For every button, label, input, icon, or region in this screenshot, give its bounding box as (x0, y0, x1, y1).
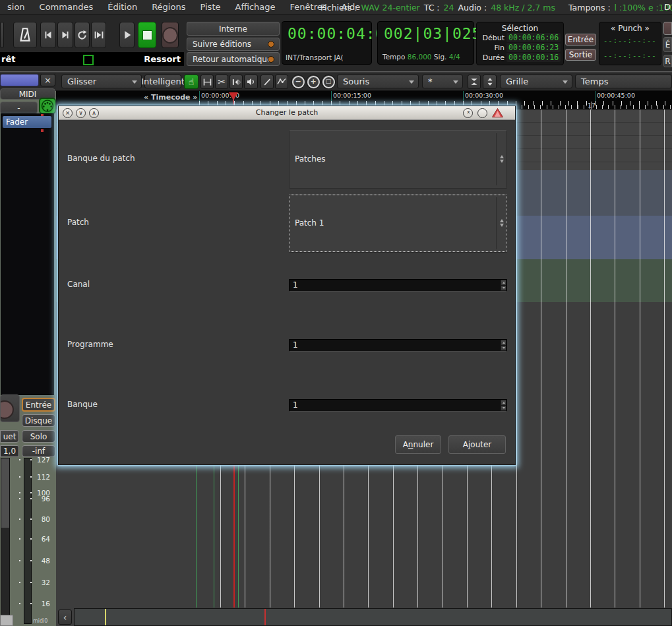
edge-button-r[interactable]: R (663, 55, 672, 67)
grid-dropdown[interactable]: Grille (500, 75, 572, 88)
hide-strip-button[interactable]: × (40, 74, 55, 86)
secondary-clock[interactable]: 002|03|0258 Tempo 86,000 Sig. 4/4 (377, 21, 474, 65)
zoom-in-button[interactable]: + (306, 75, 321, 89)
mute-label: uet (3, 432, 16, 441)
menu-regions[interactable]: Régions (144, 2, 193, 12)
sync-source-button[interactable]: Interne (187, 22, 280, 36)
program-spinbox[interactable]: 1 (289, 339, 507, 352)
ruler-name[interactable]: « Timecode » (144, 93, 197, 102)
midi-channel-label: MIDI (19, 90, 37, 99)
gain-fader[interactable] (1, 458, 10, 625)
follow-edits-led (268, 41, 274, 47)
punch-in-button[interactable]: Entrée (565, 34, 596, 46)
secondary-clock-time[interactable]: 002|03|0258 (384, 25, 491, 42)
shrink-tracks-button[interactable] (468, 75, 481, 89)
range-tool-button[interactable] (200, 75, 214, 89)
punch-in-value[interactable]: --:--:--:-- (603, 36, 657, 44)
menu-edition[interactable]: Édition (100, 2, 144, 12)
routing-dropdown[interactable]: - (0, 102, 38, 114)
punch-out-value[interactable]: --:--:--:-- (603, 51, 657, 59)
tempo-value[interactable]: 86,000 (408, 53, 432, 61)
monitor-disk-button[interactable]: Disque (22, 414, 55, 427)
go-start-button[interactable] (40, 22, 56, 48)
edit-point-dropdown[interactable]: Glisser (61, 75, 142, 88)
play-range-button[interactable] (91, 22, 106, 48)
expand-tracks-button[interactable] (483, 75, 497, 89)
midi-input-button[interactable] (39, 98, 56, 114)
patch-bank-combo[interactable]: Patches (289, 130, 507, 189)
patch-bank-value: Patches (295, 154, 326, 164)
zoom-focus-dropdown[interactable]: Souris (337, 75, 419, 88)
dialog-unshade-button[interactable]: ∧ (89, 108, 99, 118)
chevron-down-icon (409, 80, 414, 84)
audition-tool-button[interactable] (244, 75, 258, 89)
menu-affichage[interactable]: Affichage (228, 2, 282, 12)
record-button[interactable] (162, 22, 179, 48)
cut-tool-button[interactable]: ✂ (215, 75, 228, 89)
record-enable-button[interactable] (0, 394, 20, 422)
dialog-titlebar[interactable]: × ∨ ∧ Changer le patch » (59, 106, 515, 120)
selection-end-value[interactable]: 00:00:06:23 (506, 43, 561, 52)
session-summary[interactable] (74, 608, 672, 626)
zoom-out-button[interactable]: − (291, 75, 305, 89)
play-button[interactable] (119, 22, 135, 48)
patch-combo[interactable]: Patch 1 (289, 194, 507, 253)
add-button[interactable]: Ajouter (448, 435, 506, 454)
monitor-input-button[interactable]: Entrée (22, 398, 55, 412)
edge-button-top[interactable] (663, 22, 672, 35)
menu-commandes[interactable]: Commandes (32, 2, 101, 12)
selection-start-row[interactable]: Début 00:00:06:06 (477, 33, 563, 42)
solo-button[interactable]: Solo (22, 430, 55, 443)
menu-session[interactable]: sion (0, 2, 32, 12)
record-icon (0, 400, 14, 419)
go-end-button[interactable] (57, 22, 73, 48)
grab-tool-button[interactable]: ☝ (184, 75, 199, 89)
meter-scale-bottom: midi0 (33, 618, 47, 624)
smart-mode-button[interactable]: Intelligent (144, 75, 181, 88)
tempo-sig-row: Tempo 86,000 Sig. 4/4 (382, 53, 460, 61)
selection-end-row[interactable]: Fin 00:00:06:23 (477, 43, 563, 52)
track-name-button[interactable] (0, 74, 39, 86)
follow-edits-label: Suivre éditions (193, 40, 251, 49)
edge-button-e[interactable]: É (663, 37, 672, 52)
chevron-down-icon (132, 80, 137, 84)
punch-out-button[interactable]: Sortie (565, 49, 596, 61)
channel-spinbox[interactable]: 1 (289, 279, 507, 292)
dialog-maximize-button[interactable]: » (463, 108, 473, 118)
stretch-tool-button[interactable] (229, 75, 243, 89)
transport-edge-button[interactable] (0, 22, 4, 48)
loop-button[interactable] (75, 22, 90, 48)
auto-return-button[interactable]: Retour automatique (187, 52, 280, 66)
transport-bar: rêt Ressort Interne Suivre éditions Reto… (0, 15, 672, 72)
menu-piste[interactable]: Piste (193, 2, 228, 12)
track-height-dropdown[interactable]: * (422, 75, 463, 88)
selection-start-value[interactable]: 00:00:06:06 (506, 33, 561, 42)
spin-stepper[interactable] (501, 400, 506, 411)
fader-processor-entry[interactable]: Fader (3, 116, 51, 128)
dialog-close-button[interactable]: × (63, 108, 73, 118)
stop-button[interactable] (138, 22, 156, 48)
spin-stepper[interactable] (501, 280, 506, 291)
sig-value[interactable]: 4/4 (449, 53, 460, 61)
gain-display[interactable]: 1,0 (0, 445, 19, 457)
selection-length-value[interactable]: 00:00:00:16 (506, 53, 561, 62)
metronome-button[interactable] (13, 22, 37, 48)
automation-tool-button[interactable] (275, 75, 288, 89)
processor-box[interactable]: Fader (1, 113, 54, 395)
summary-scroll-left-button[interactable]: ‹ (58, 610, 72, 625)
grid-units-value: Temps (581, 77, 608, 86)
selection-length-row[interactable]: Durée 00:00:00:16 (477, 53, 563, 62)
bank-spinbox[interactable]: 1 (289, 399, 507, 412)
zoom-fit-button[interactable]: □ (321, 75, 336, 89)
routing-value: - (17, 104, 20, 113)
grid-units-dropdown[interactable]: Temps (575, 75, 672, 88)
dialog-shade-button[interactable]: ∨ (76, 108, 86, 118)
draw-tool-button[interactable] (260, 75, 274, 89)
mute-button[interactable]: uet (0, 430, 19, 443)
cancel-button[interactable]: Annuler (395, 435, 441, 454)
follow-edits-button[interactable]: Suivre éditions (187, 38, 280, 51)
primary-clock[interactable]: 00:00:04:06 INT/Transport JA( (282, 21, 372, 65)
dialog-menu-button[interactable] (477, 108, 487, 118)
spin-stepper[interactable] (501, 340, 506, 351)
zoom-fit-icon: □ (322, 76, 335, 88)
